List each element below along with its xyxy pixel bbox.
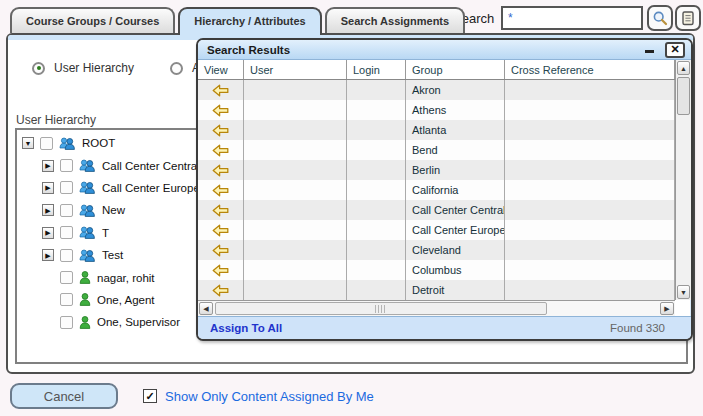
tree-checkbox[interactable] bbox=[60, 249, 73, 262]
horizontal-scrollbar[interactable]: ◀ ▶ bbox=[198, 300, 675, 316]
search-input[interactable] bbox=[501, 6, 643, 30]
checkmark-icon: ✓ bbox=[145, 391, 154, 402]
cell-cross-reference bbox=[505, 240, 675, 260]
cell-login bbox=[347, 80, 406, 100]
tree-checkbox[interactable] bbox=[60, 226, 73, 239]
results-table-header: ViewUserLoginGroupCross Reference bbox=[198, 60, 675, 80]
found-count: Found 330 bbox=[610, 322, 665, 334]
radio-circle-icon[interactable] bbox=[32, 62, 45, 75]
tree-item-label: nagar, rohit bbox=[97, 272, 155, 284]
result-row-call-center-central: Call Center Central bbox=[198, 200, 675, 220]
assign-to-all-link[interactable]: Assign To All bbox=[210, 322, 610, 334]
cell-login bbox=[347, 220, 406, 240]
assign-arrow-button[interactable] bbox=[198, 160, 244, 180]
radio-user-hierarchy[interactable]: User Hierarchy bbox=[32, 61, 134, 75]
expand-icon[interactable]: ▶ bbox=[42, 182, 54, 194]
tab-course-groups-courses[interactable]: Course Groups / Courses bbox=[10, 7, 175, 33]
assign-arrow-button[interactable] bbox=[198, 80, 244, 100]
cell-cross-reference bbox=[505, 220, 675, 240]
column-header-cross-reference[interactable]: Cross Reference bbox=[505, 60, 675, 79]
assign-arrow-button[interactable] bbox=[198, 280, 244, 300]
cell-group: Cleveland bbox=[406, 240, 505, 260]
scroll-down-button[interactable]: ▼ bbox=[677, 285, 690, 299]
expand-icon[interactable]: ▶ bbox=[42, 249, 54, 261]
cell-login bbox=[347, 100, 406, 120]
tree-checkbox[interactable] bbox=[60, 271, 73, 284]
assign-arrow-icon bbox=[212, 84, 229, 97]
cell-login bbox=[347, 240, 406, 260]
result-row-atlanta: Atlanta bbox=[198, 120, 675, 140]
column-header-view[interactable]: View bbox=[198, 60, 244, 79]
expand-icon[interactable]: ▶ bbox=[42, 160, 54, 172]
scroll-right-button[interactable]: ▶ bbox=[660, 302, 674, 315]
cell-login bbox=[347, 200, 406, 220]
column-header-user[interactable]: User bbox=[244, 60, 347, 79]
tree-checkbox[interactable] bbox=[60, 316, 73, 329]
minimize-button[interactable] bbox=[640, 43, 658, 56]
assign-arrow-button[interactable] bbox=[198, 220, 244, 240]
scroll-left-button[interactable]: ◀ bbox=[199, 302, 213, 315]
results-table-body: AkronAthensAtlantaBendBerlinCaliforniaCa… bbox=[198, 80, 675, 300]
cell-cross-reference bbox=[505, 140, 675, 160]
vertical-scrollbar[interactable]: ▲ ▼ bbox=[675, 60, 691, 300]
report-button[interactable] bbox=[675, 5, 701, 31]
show-only-checkbox[interactable]: ✓ bbox=[143, 389, 157, 403]
cancel-button[interactable]: Cancel bbox=[10, 383, 118, 409]
cell-cross-reference bbox=[505, 260, 675, 280]
assign-arrow-button[interactable] bbox=[198, 140, 244, 160]
tab-strip: Course Groups / CoursesHierarchy / Attri… bbox=[10, 7, 468, 34]
cell-group: Akron bbox=[406, 80, 505, 100]
assign-arrow-icon bbox=[212, 264, 229, 277]
result-row-cleveland: Cleveland bbox=[198, 240, 675, 260]
horizontal-scroll-thumb[interactable] bbox=[215, 302, 547, 315]
cell-user bbox=[244, 120, 347, 140]
cell-group: Call Center Europe bbox=[406, 220, 505, 240]
search-button[interactable] bbox=[647, 5, 673, 31]
assign-arrow-button[interactable] bbox=[198, 240, 244, 260]
tree-checkbox[interactable] bbox=[60, 181, 73, 194]
tree-checkbox[interactable] bbox=[60, 204, 73, 217]
cell-cross-reference bbox=[505, 160, 675, 180]
column-header-group[interactable]: Group bbox=[406, 60, 505, 79]
radio-circle-icon[interactable] bbox=[170, 62, 183, 75]
tree-checkbox[interactable] bbox=[60, 159, 73, 172]
user-icon bbox=[79, 316, 91, 329]
document-icon bbox=[680, 10, 696, 26]
assign-arrow-icon bbox=[212, 224, 229, 237]
assign-arrow-button[interactable] bbox=[198, 100, 244, 120]
cell-group: Detroit bbox=[406, 280, 505, 300]
collapse-icon[interactable]: ▼ bbox=[22, 137, 34, 149]
radio-label: User Hierarchy bbox=[54, 61, 134, 75]
cell-login bbox=[347, 280, 406, 300]
magnifier-icon bbox=[652, 10, 668, 26]
tree-title: User Hierarchy bbox=[16, 113, 96, 127]
cell-user bbox=[244, 140, 347, 160]
arrow-left-icon: ◀ bbox=[203, 305, 208, 312]
tree-item-label: One, Supervisor bbox=[97, 316, 180, 328]
show-only-label[interactable]: Show Only Content Assigned By Me bbox=[165, 389, 374, 404]
assign-arrow-button[interactable] bbox=[198, 260, 244, 280]
expand-icon[interactable]: ▶ bbox=[42, 227, 54, 239]
assign-arrow-icon bbox=[212, 184, 229, 197]
cell-user bbox=[244, 160, 347, 180]
cell-login bbox=[347, 160, 406, 180]
assign-arrow-button[interactable] bbox=[198, 200, 244, 220]
tree-checkbox[interactable] bbox=[40, 137, 53, 150]
cell-group: Berlin bbox=[406, 160, 505, 180]
tab-hierarchy-attributes[interactable]: Hierarchy / Attributes bbox=[178, 7, 321, 35]
cell-user bbox=[244, 280, 347, 300]
scroll-up-button[interactable]: ▲ bbox=[677, 61, 690, 75]
cell-cross-reference bbox=[505, 200, 675, 220]
dialog-titlebar[interactable]: Search Results ✕ bbox=[198, 40, 691, 60]
expand-icon[interactable]: ▶ bbox=[42, 204, 54, 216]
group-icon bbox=[79, 249, 96, 262]
tab-search-assignments[interactable]: Search Assignments bbox=[325, 7, 465, 33]
tree-checkbox[interactable] bbox=[60, 293, 73, 306]
result-row-berlin: Berlin bbox=[198, 160, 675, 180]
vertical-scroll-thumb[interactable] bbox=[677, 77, 690, 115]
assign-arrow-button[interactable] bbox=[198, 120, 244, 140]
close-button[interactable]: ✕ bbox=[665, 42, 685, 58]
cell-user bbox=[244, 240, 347, 260]
assign-arrow-button[interactable] bbox=[198, 180, 244, 200]
column-header-login[interactable]: Login bbox=[347, 60, 406, 79]
